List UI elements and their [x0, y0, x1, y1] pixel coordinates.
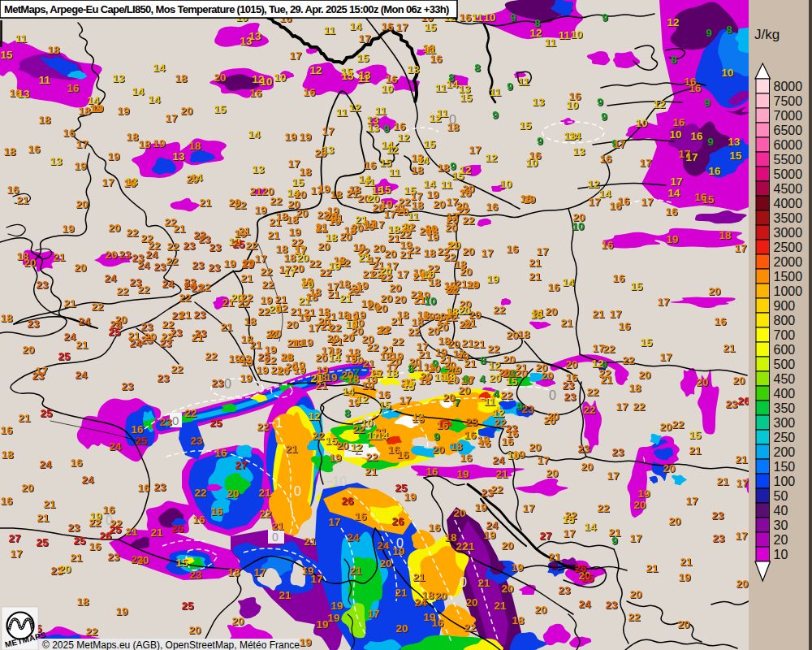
- svg-text:21: 21: [723, 342, 736, 354]
- svg-text:20: 20: [545, 306, 557, 318]
- svg-text:30: 30: [774, 518, 788, 532]
- svg-text:19: 19: [254, 204, 266, 216]
- svg-text:14: 14: [381, 139, 394, 151]
- svg-text:40: 40: [774, 504, 788, 518]
- svg-text:17: 17: [735, 530, 747, 542]
- svg-text:22: 22: [179, 292, 191, 304]
- svg-text:17: 17: [481, 247, 493, 259]
- svg-text:150: 150: [774, 460, 796, 474]
- svg-text:18: 18: [477, 434, 490, 446]
- svg-text:22: 22: [583, 404, 595, 416]
- svg-text:300: 300: [774, 416, 796, 430]
- svg-text:20: 20: [456, 200, 468, 212]
- svg-text:20: 20: [351, 222, 363, 234]
- svg-text:22: 22: [194, 487, 206, 499]
- svg-text:22: 22: [257, 421, 269, 433]
- svg-text:17: 17: [685, 495, 698, 507]
- svg-text:10: 10: [635, 117, 647, 129]
- svg-text:15: 15: [689, 429, 702, 441]
- svg-text:17: 17: [367, 608, 379, 620]
- svg-text:22: 22: [494, 417, 506, 429]
- svg-text:23: 23: [190, 435, 203, 447]
- svg-text:21: 21: [395, 587, 408, 599]
- svg-text:21: 21: [76, 339, 89, 351]
- svg-text:23: 23: [107, 551, 120, 563]
- svg-text:17: 17: [629, 532, 641, 544]
- svg-text:19: 19: [456, 468, 469, 480]
- svg-text:9: 9: [434, 431, 440, 443]
- svg-text:24: 24: [63, 331, 76, 343]
- svg-text:22: 22: [312, 430, 324, 442]
- svg-text:15: 15: [325, 435, 338, 447]
- svg-text:5500: 5500: [774, 153, 803, 167]
- svg-text:350: 350: [774, 401, 796, 415]
- svg-text:27: 27: [235, 459, 247, 471]
- svg-text:19: 19: [483, 529, 495, 541]
- svg-text:23: 23: [611, 446, 624, 458]
- svg-text:17: 17: [289, 50, 301, 62]
- svg-text:16: 16: [131, 423, 144, 436]
- svg-text:17: 17: [287, 158, 300, 170]
- svg-text:23: 23: [521, 403, 534, 415]
- svg-text:20: 20: [231, 615, 244, 627]
- svg-text:9: 9: [510, 11, 516, 24]
- svg-text:10: 10: [570, 28, 582, 41]
- svg-text:2500: 2500: [774, 240, 803, 254]
- svg-text:19: 19: [523, 193, 535, 206]
- svg-text:23: 23: [36, 279, 49, 291]
- svg-text:25: 25: [40, 407, 53, 419]
- svg-text:21: 21: [249, 185, 262, 197]
- svg-text:12: 12: [356, 393, 368, 405]
- svg-text:20: 20: [677, 618, 689, 630]
- svg-text:15: 15: [356, 52, 369, 64]
- svg-text:20: 20: [432, 444, 444, 456]
- svg-text:25: 25: [181, 600, 194, 612]
- svg-text:20: 20: [501, 540, 513, 552]
- svg-text:12: 12: [667, 16, 679, 28]
- svg-text:22: 22: [348, 285, 360, 297]
- svg-text:8: 8: [448, 72, 455, 84]
- svg-text:16: 16: [708, 165, 721, 177]
- svg-text:20: 20: [227, 488, 239, 500]
- svg-text:7500: 7500: [774, 94, 803, 108]
- svg-text:17: 17: [399, 394, 411, 406]
- svg-text:22: 22: [500, 389, 512, 401]
- svg-text:10: 10: [422, 268, 434, 280]
- svg-text:23: 23: [465, 416, 478, 428]
- svg-text:22: 22: [116, 285, 128, 297]
- svg-text:16: 16: [464, 429, 477, 441]
- svg-text:15: 15: [630, 280, 643, 292]
- svg-text:20: 20: [453, 507, 465, 519]
- svg-text:19: 19: [223, 258, 235, 270]
- svg-text:20: 20: [736, 578, 748, 590]
- svg-text:11: 11: [472, 11, 484, 24]
- svg-text:22: 22: [234, 199, 246, 211]
- svg-text:20: 20: [434, 590, 447, 602]
- svg-text:16: 16: [714, 315, 727, 327]
- svg-text:21: 21: [464, 358, 477, 370]
- svg-text:18: 18: [0, 312, 13, 324]
- svg-text:19: 19: [115, 605, 127, 618]
- svg-text:14: 14: [562, 276, 575, 288]
- svg-text:4500: 4500: [774, 182, 803, 196]
- svg-text:700: 700: [774, 328, 796, 342]
- svg-text:19: 19: [352, 241, 365, 254]
- svg-text:16: 16: [214, 447, 227, 459]
- svg-text:23: 23: [562, 379, 575, 392]
- svg-text:16: 16: [689, 82, 702, 94]
- svg-text:10: 10: [260, 76, 272, 88]
- svg-text:24: 24: [377, 540, 390, 552]
- svg-text:8: 8: [534, 17, 541, 29]
- svg-text:16: 16: [428, 522, 441, 534]
- svg-text:21: 21: [125, 526, 138, 538]
- svg-text:19: 19: [300, 275, 313, 288]
- svg-text:21: 21: [349, 565, 362, 577]
- svg-text:17: 17: [613, 138, 625, 150]
- svg-text:12: 12: [488, 360, 500, 372]
- svg-text:19: 19: [89, 510, 102, 522]
- svg-text:17: 17: [10, 548, 22, 560]
- svg-text:18: 18: [512, 614, 525, 626]
- svg-text:20: 20: [389, 282, 401, 294]
- svg-text:19: 19: [467, 279, 479, 291]
- svg-text:16: 16: [364, 159, 377, 171]
